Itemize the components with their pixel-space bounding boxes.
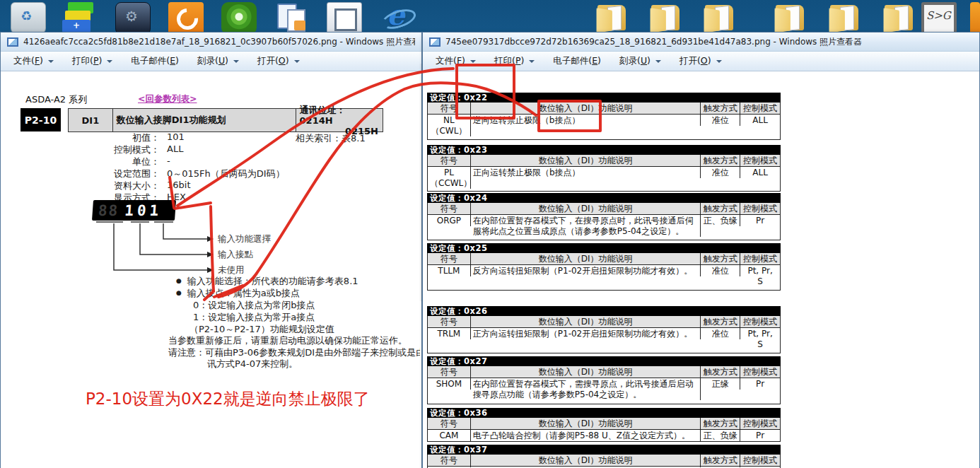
comm-address-cell: 通讯位址：0214H 0215H [296, 109, 383, 131]
set-value-bar: 设定值：0x25 [427, 243, 781, 253]
documents-app-icon[interactable] [274, 2, 310, 35]
chevron-down-icon [529, 60, 535, 63]
chevron-down-icon [48, 60, 54, 63]
di-table-0x27: 设定值：0x27 符号数位输入（DI）功能说明触发方式控制模式 SHOM在内部位… [427, 356, 781, 404]
right-window-title: 745ee079317dbcce972d72b16369ca25_18_9168… [445, 36, 862, 48]
dark-tool-app-icon[interactable] [115, 2, 151, 35]
desc-cell: 正方向运转扭矩限制（P1-02开启扭矩限制功能才有效）。 [471, 328, 701, 339]
trigger-cell: 正、负缘 [701, 430, 740, 441]
menu-print[interactable]: 打印(P) [494, 55, 535, 67]
orange-app-edge-icon[interactable] [970, 2, 980, 35]
field-label: 单位： [68, 156, 160, 168]
mode-cell: Pr [740, 378, 780, 390]
symbol-cell: NL （CWL） [428, 115, 471, 136]
folder-icon[interactable] [650, 2, 685, 35]
field-value: - [167, 156, 170, 166]
field-label: 资料大小： [68, 180, 160, 192]
internet-explorer-icon[interactable] [380, 2, 415, 35]
related-index: 相关索引：表8.1 [296, 132, 366, 145]
symbol-cell: TLLM [428, 265, 471, 276]
doc-line: ●输入功能选择：所代表的功能请参考表8.1 [176, 275, 358, 288]
symbol-cell: CAM [428, 430, 471, 441]
field-value: ALL [167, 144, 183, 154]
symbol-cell: ORGP [428, 215, 471, 226]
desc-cell: 在内部位置暂存器模式下，在搜寻原点时，此讯号接通后伺服将此点之位置当成原点（请参… [471, 215, 701, 237]
menu-open[interactable]: 打开(O) [257, 55, 300, 67]
desc-cell: 反方向运转扭矩限制（P1-02开启扭矩限制功能才有效）。 [471, 265, 701, 276]
desc-cell: 电子凸轮啮合控制（请参阅P5-88 U、Z值之设定方式）。 [471, 430, 701, 441]
folder-icon[interactable] [829, 2, 864, 35]
green-radar-app-icon[interactable] [221, 2, 257, 35]
folder-icon[interactable] [704, 2, 739, 35]
doc-line: 讯方式P4-07来控制。 [207, 358, 298, 370]
chevron-down-icon [470, 60, 476, 63]
io-name-cell: DI1 [69, 109, 113, 131]
di-table-0x23: 设定值：0x23 符号数位输入（DI）功能说明触发方式控制模式 PL （CCWL… [427, 145, 781, 192]
recycle-bin-icon[interactable] [11, 2, 46, 35]
folder-icon[interactable] [883, 2, 918, 35]
photo-viewer-window-left: 4126aeafc7cca2c5fd81b8e21d18e7af_18_9168… [0, 32, 422, 468]
menu-open[interactable]: 打开(O) [679, 55, 722, 67]
function-diagram [91, 220, 221, 280]
left-menubar: 文件(F) 打印(P) 电子邮件(E) 刻录(U) 打开(O) [1, 52, 421, 71]
chevron-down-icon [294, 60, 300, 63]
field-value: 101 [167, 131, 185, 142]
di-table-0x26: 设定值：0x26 符号数位输入（DI）功能说明触发方式控制模式 TRLM正方向运… [427, 306, 781, 353]
doc-line: ●输入接点：属性为a或b接点 [176, 287, 300, 300]
sg-monitor-icon[interactable]: S>G [921, 2, 957, 35]
mode-cell: Pr [740, 430, 780, 441]
stacked-folders-icon[interactable]: + [62, 2, 98, 35]
handwritten-red-note: P2-10设置为0X22就是逆向禁止极限了 [86, 388, 370, 410]
photo-viewer-icon [7, 37, 18, 47]
menu-print[interactable]: 打印(P) [72, 55, 112, 67]
photo-viewer-icon [429, 37, 441, 47]
mode-cell: Pt, Pr, S [740, 265, 780, 287]
desc-cell: 正向运转禁止极限（b接点） [471, 167, 701, 178]
trigger-cell: 准位 [701, 115, 740, 126]
param-header-table: DI1 数位输入接脚DI1功能规划 通讯位址：0214H 0215H [68, 108, 383, 132]
callout-input-function: 输入功能選擇 [218, 233, 271, 245]
set-value-bar: 设定值：0x27 [427, 356, 781, 366]
set-value-bar: 设定值：0x37 [427, 445, 781, 455]
desc-cell [471, 467, 701, 467]
desktop: + S>G 4126aeafc7cca2c5fd81b8e21d18e7af_1… [0, 0, 980, 468]
desc-cell: 逆向运转禁止极限（b接点） [471, 115, 701, 126]
foxit-reader-icon[interactable] [168, 2, 204, 35]
right-titlebar[interactable]: 745ee079317dbcce972d72b16369ca25_18_9168… [423, 33, 979, 52]
chevron-down-icon [107, 60, 112, 63]
field-label: 初值： [68, 131, 160, 144]
folder-icon[interactable] [774, 2, 810, 35]
di-table-0x25: 设定值：0x25 符号数位输入（DI）功能说明触发方式控制模式 TLLM反方向运… [427, 243, 781, 291]
menu-burn[interactable]: 刻录(U) [619, 55, 661, 67]
folder-icon[interactable] [596, 2, 631, 35]
symbol-cell: PL （CCWL） [428, 167, 471, 189]
trigger-cell [701, 467, 740, 467]
left-titlebar[interactable]: 4126aeafc7cca2c5fd81b8e21d18e7af_18_9168… [1, 33, 421, 52]
window-app-icon[interactable] [327, 2, 362, 35]
trigger-cell: 准位 [701, 328, 740, 339]
menu-file[interactable]: 文件(F) [13, 55, 54, 67]
field-label: 设定范围： [68, 168, 160, 180]
doc-line: 当参数重新修正后，请重新启动电源以确保功能正常运作。 [168, 334, 407, 347]
di-table-0x22: 设定值：0x22 符号数位输入（DI）功能说明触发方式控制模式 NL （CWL）… [427, 93, 781, 140]
mode-cell: ALL [740, 167, 780, 178]
trigger-cell: 准位 [701, 265, 740, 276]
menu-email[interactable]: 电子邮件(E) [553, 55, 601, 67]
photo-viewer-window-right: 745ee079317dbcce972d72b16369ca25_18_9168… [422, 32, 980, 468]
right-menubar: 文件(F) 打印(P) 电子邮件(E) 刻录(U) 打开(O) [423, 52, 979, 71]
di-table-0x24: 设定值：0x24 符号数位输入（DI）功能说明触发方式控制模式 ORGP在内部位… [427, 193, 781, 240]
menu-burn[interactable]: 刻录(U) [197, 55, 239, 67]
mode-cell [740, 467, 780, 467]
left-window-title: 4126aeafc7cca2c5fd81b8e21d18e7af_18_9168… [23, 36, 415, 48]
chevron-down-icon [655, 60, 661, 63]
menu-email[interactable]: 电子邮件(E) [131, 55, 179, 67]
bullet-icon: ● [176, 289, 182, 296]
menu-file[interactable]: 文件(F) [436, 55, 476, 67]
chevron-down-icon [233, 60, 239, 63]
field-value: 0～015Fh（后两码为DI码） [167, 168, 285, 180]
symbol-cell: TRLM [428, 328, 471, 339]
doc-series-label: ASDA-A2 系列 [25, 93, 87, 106]
back-to-param-list-link: <回参数列表> [138, 93, 197, 105]
field-value: 16bit [167, 180, 191, 190]
callout-input-contact: 输入接點 [218, 249, 253, 261]
